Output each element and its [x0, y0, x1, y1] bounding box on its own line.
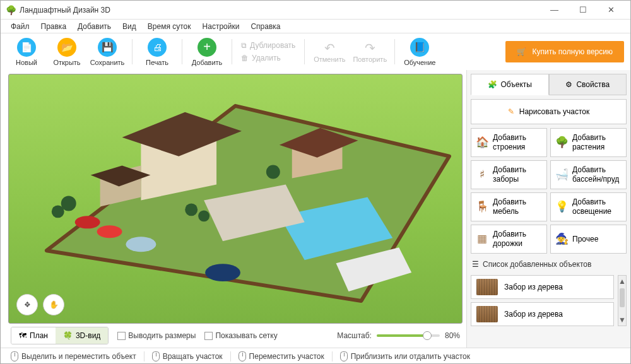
cat-lighting[interactable]: 💡Добавить освещение [550, 192, 627, 221]
cube-icon: ❖ [24, 300, 31, 309]
cat-other[interactable]: 🧙Прочее [550, 225, 627, 254]
svg-point-13 [75, 216, 100, 228]
status-rotate: Вращать участок [148, 351, 227, 361]
menu-help[interactable]: Справка [245, 21, 285, 32]
object-list-header: ☰Список добавленных объектов [471, 257, 627, 271]
mouse-icon [11, 351, 18, 361]
duplicate-button[interactable]: ⧉Дублировать [237, 40, 299, 51]
svg-point-18 [198, 210, 209, 221]
svg-point-19 [266, 165, 280, 179]
pan-button[interactable]: ✋ [43, 294, 64, 315]
cat-pool[interactable]: 🛁Добавить бассейн/пруд [550, 160, 627, 189]
chair-icon: 🪑 [475, 200, 489, 214]
undo-icon: ↶ [324, 40, 335, 56]
menu-file[interactable]: Файл [6, 21, 35, 32]
learn-button[interactable]: 📘Обучение [400, 34, 439, 69]
mouse-icon [152, 351, 160, 361]
mouse-icon [239, 351, 246, 361]
orbit-button[interactable]: ❖ [16, 294, 38, 315]
cat-plants[interactable]: 🌳Добавить растения [550, 128, 627, 157]
svg-point-17 [185, 203, 198, 216]
tab-properties[interactable]: ⚙Свойства [549, 74, 627, 95]
mouse-icon [340, 351, 348, 361]
status-zoom: Приблизить или отдалить участок [336, 351, 474, 361]
checkbox-grid[interactable]: Показывать сетку [204, 331, 277, 340]
plan-icon: 🗺 [19, 331, 27, 340]
svg-point-14 [97, 225, 122, 238]
tab-objects[interactable]: 🧩Объекты [471, 74, 549, 95]
window-title: Ландшафтный Дизайн 3D [20, 6, 540, 15]
leaf-icon: 🍀 [63, 331, 73, 340]
undo-button[interactable]: ↶Отменить [310, 34, 349, 69]
objects-icon: 🧩 [488, 80, 497, 89]
cart-icon: 🛒 [517, 47, 526, 56]
gear-icon: ⚙ [565, 80, 572, 89]
checkbox-dimensions[interactable]: Выводить размеры [117, 331, 196, 340]
stack-icon: ☰ [472, 260, 479, 269]
svg-point-11 [126, 237, 156, 252]
fence-thumb-icon [476, 306, 498, 322]
draw-plot-button[interactable]: ✎Нарисовать участок [471, 99, 627, 124]
menu-view[interactable]: Вид [117, 21, 141, 32]
tab-3d-view[interactable]: 🍀3D-вид [56, 327, 108, 344]
house-icon: 🏠 [475, 136, 489, 150]
lamp-icon: 💡 [555, 200, 569, 214]
app-icon: 🌳 [6, 5, 16, 15]
menu-settings[interactable]: Настройки [198, 21, 245, 32]
menu-edit[interactable]: Правка [36, 21, 72, 32]
cat-paths[interactable]: ▦Добавить дорожки [471, 225, 547, 254]
gnome-icon: 🧙 [555, 232, 569, 246]
close-button[interactable]: ✕ [597, 1, 625, 19]
duplicate-icon: ⧉ [241, 41, 247, 50]
menubar: Файл Правка Добавить Вид Время суток Нас… [1, 20, 630, 33]
minimize-button[interactable]: — [540, 1, 569, 19]
list-scrollbar[interactable]: ▲▼ [618, 275, 627, 326]
redo-button[interactable]: ↷Повторить [350, 34, 389, 69]
tab-plan[interactable]: 🗺План [11, 327, 56, 344]
menu-daytime[interactable]: Время суток [143, 21, 196, 32]
open-button[interactable]: 📂Открыть [47, 34, 86, 69]
cat-furniture[interactable]: 🪑Добавить мебель [471, 192, 547, 221]
cat-buildings[interactable]: 🏠Добавить строения [471, 128, 547, 157]
titlebar: 🌳 Ландшафтный Дизайн 3D — ☐ ✕ [1, 1, 630, 20]
scale-label: Масштаб: [337, 331, 372, 340]
scale-value: 80% [445, 331, 460, 340]
toolbar: 📄Новый 📂Открыть 💾Сохранить 🖨Печать +Доба… [1, 33, 630, 70]
hand-icon: ✋ [49, 300, 59, 309]
menu-add[interactable]: Добавить [73, 21, 116, 32]
new-button[interactable]: 📄Новый [7, 34, 46, 69]
trash-icon: 🗑 [241, 54, 249, 62]
pool-icon: 🛁 [555, 168, 569, 182]
delete-button[interactable]: 🗑Удалить [237, 52, 299, 64]
buy-button[interactable]: 🛒Купить полную версию [505, 41, 624, 62]
print-button[interactable]: 🖨Печать [138, 34, 177, 69]
tree-icon: 🌳 [555, 136, 569, 150]
fence-icon: ♯ [475, 168, 489, 182]
viewport-3d[interactable]: ❖ ✋ [8, 74, 463, 324]
svg-point-12 [205, 264, 240, 281]
maximize-button[interactable]: ☐ [569, 1, 597, 19]
save-button[interactable]: 💾Сохранить [88, 34, 127, 69]
scale-slider[interactable] [377, 334, 440, 337]
side-panel: 🧩Объекты ⚙Свойства ✎Нарисовать участок 🏠… [466, 70, 630, 348]
cat-fences[interactable]: ♯Добавить заборы [471, 160, 547, 189]
status-select: Выделить и переместить объект [7, 351, 140, 361]
list-item[interactable]: Забор из дерева [471, 302, 614, 326]
fence-thumb-icon [476, 279, 498, 295]
pencil-icon: ✎ [508, 107, 514, 116]
path-icon: ▦ [475, 232, 489, 246]
add-button[interactable]: +Добавить [187, 34, 227, 69]
list-item[interactable]: Забор из дерева [471, 275, 614, 299]
status-move: Переместить участок [235, 351, 328, 361]
redo-icon: ↷ [365, 40, 375, 56]
statusbar: Выделить и переместить объект Вращать уч… [1, 348, 630, 364]
svg-point-16 [52, 205, 64, 218]
